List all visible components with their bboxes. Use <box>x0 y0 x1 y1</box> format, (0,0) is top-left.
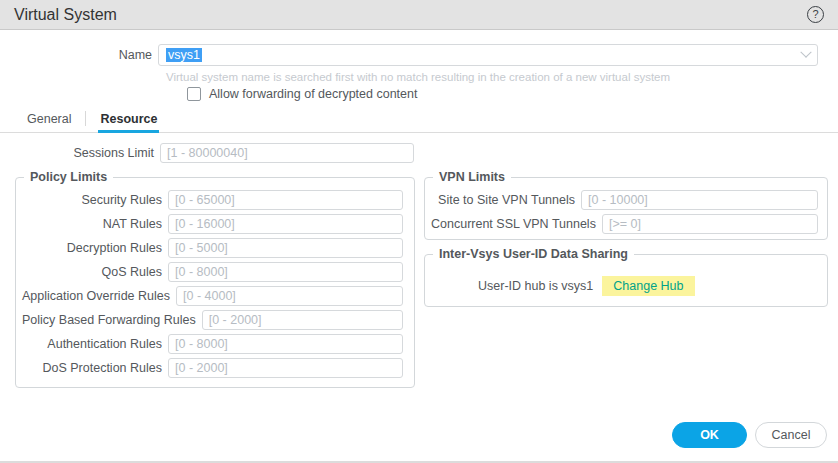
field-row: Authentication Rules <box>22 333 403 355</box>
sessions-limit-label: Sessions Limit <box>0 146 160 160</box>
chevron-down-icon[interactable] <box>800 47 811 58</box>
tab-bar: General Resource <box>0 108 838 133</box>
field-row: Application Override Rules <box>22 285 403 307</box>
dialog-header: Virtual System ? <box>0 0 838 30</box>
application-override-rules-label: Application Override Rules <box>22 289 176 303</box>
policy-based-forwarding-rules-input[interactable] <box>202 310 403 330</box>
user-id-hub-row: User-ID hub is vsys1 Change Hub <box>478 276 818 296</box>
policy-limits-section: Policy Limits Security Rules NAT Rules D… <box>15 170 415 388</box>
tab-resource[interactable]: Resource <box>98 108 159 133</box>
virtual-system-dialog: Virtual System ? Name vsys1 Virtual syst… <box>0 0 838 463</box>
help-icon[interactable]: ? <box>807 6 824 23</box>
vpn-limits-section: VPN Limits Site to Site VPN Tunnels Conc… <box>424 170 828 240</box>
cancel-button[interactable]: Cancel <box>755 422 827 448</box>
sessions-limit-row: Sessions Limit <box>0 143 414 163</box>
ok-button[interactable]: OK <box>672 422 747 448</box>
allow-forwarding-checkbox[interactable] <box>187 87 201 101</box>
security-rules-label: Security Rules <box>22 193 168 207</box>
field-row: DoS Protection Rules <box>22 357 403 379</box>
allow-forwarding-row: Allow forwarding of decrypted content <box>187 87 417 101</box>
user-id-hub-status: User-ID hub is vsys1 <box>478 279 593 293</box>
decryption-rules-input[interactable] <box>168 238 403 258</box>
tab-general[interactable]: General <box>25 108 73 132</box>
field-row: Decryption Rules <box>22 237 403 259</box>
footer: OK Cancel <box>672 422 827 448</box>
name-row: Name vsys1 <box>0 44 818 66</box>
sessions-limit-input[interactable] <box>160 143 414 163</box>
name-label: Name <box>0 48 158 62</box>
nat-rules-label: NAT Rules <box>22 217 168 231</box>
dos-protection-rules-label: DoS Protection Rules <box>22 361 168 375</box>
inter-vsys-user-id-section: Inter-Vsys User-ID Data Sharing User-ID … <box>424 247 828 307</box>
allow-forwarding-label: Allow forwarding of decrypted content <box>209 87 417 101</box>
qos-rules-label: QoS Rules <box>22 265 168 279</box>
policy-based-forwarding-rules-label: Policy Based Forwarding Rules <box>22 313 202 327</box>
tab-separator <box>85 111 86 126</box>
field-row: Security Rules <box>22 189 403 211</box>
page-title: Virtual System <box>14 6 117 24</box>
site-to-site-vpn-tunnels-input[interactable] <box>581 190 818 210</box>
qos-rules-input[interactable] <box>168 262 403 282</box>
site-to-site-vpn-tunnels-label: Site to Site VPN Tunnels <box>431 193 581 207</box>
inter-vsys-user-id-title: Inter-Vsys User-ID Data Sharing <box>433 247 634 261</box>
vpn-limits-title: VPN Limits <box>433 170 511 184</box>
security-rules-input[interactable] <box>168 190 403 210</box>
application-override-rules-input[interactable] <box>176 286 403 306</box>
nat-rules-input[interactable] <box>168 214 403 234</box>
dos-protection-rules-input[interactable] <box>168 358 403 378</box>
name-combobox[interactable]: vsys1 <box>158 44 818 66</box>
field-row: NAT Rules <box>22 213 403 235</box>
concurrent-ssl-vpn-tunnels-input[interactable] <box>602 214 818 234</box>
authentication-rules-input[interactable] <box>168 334 403 354</box>
concurrent-ssl-vpn-tunnels-label: Concurrent SSL VPN Tunnels <box>431 217 602 231</box>
field-row: QoS Rules <box>22 261 403 283</box>
field-row: Site to Site VPN Tunnels <box>431 189 818 211</box>
authentication-rules-label: Authentication Rules <box>22 337 168 351</box>
name-value: vsys1 <box>166 48 202 62</box>
field-row: Concurrent SSL VPN Tunnels <box>431 213 818 235</box>
decryption-rules-label: Decryption Rules <box>22 241 168 255</box>
change-hub-link[interactable]: Change Hub <box>602 276 694 296</box>
name-helper-text: Virtual system name is searched first wi… <box>166 71 670 83</box>
field-row: Policy Based Forwarding Rules <box>22 309 403 331</box>
policy-limits-title: Policy Limits <box>24 170 113 184</box>
